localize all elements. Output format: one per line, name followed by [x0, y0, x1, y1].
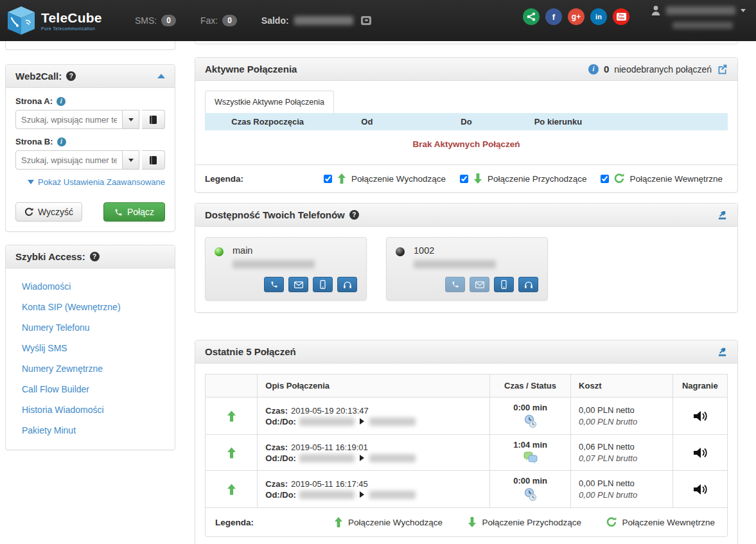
legend-incoming: Połączenie Przychodzące — [468, 517, 581, 527]
wallet-icon[interactable] — [360, 14, 373, 27]
side-b-contacts-button[interactable] — [142, 150, 165, 170]
user-icon — [651, 5, 661, 16]
brand-name: TeleCube — [41, 10, 102, 26]
missed-calls-count: 0 — [604, 64, 609, 75]
active-calls-title: Aktywne Połączenia — [205, 64, 297, 75]
share-icon[interactable] — [523, 8, 540, 25]
quick-access-title: Szybki Access: — [15, 251, 85, 262]
active-calls-table: Czas Rozpoczęcia Od Do Po kierunku — [205, 113, 728, 130]
call-duration: 0:00 min — [498, 403, 563, 412]
fax-count-badge: 0 — [222, 15, 237, 26]
phone-name: 1002 — [414, 245, 496, 256]
incoming-arrow-icon — [473, 173, 482, 184]
sidebar-item-konta-sip[interactable]: Konta SIP (Wewnętrzne) — [6, 297, 175, 317]
user-menu[interactable] — [651, 5, 747, 31]
user-name-blurred — [666, 6, 735, 15]
call-phone-button[interactable] — [445, 277, 465, 292]
message-button[interactable] — [470, 277, 489, 292]
info-icon[interactable]: i — [588, 64, 599, 75]
play-recording-icon[interactable] — [692, 445, 708, 461]
active-calls-header: Aktywne Połączenia i 0 nieodebranych poł… — [195, 58, 737, 81]
from-number-blurred — [299, 454, 355, 462]
export-button[interactable] — [717, 346, 728, 357]
phone-card: 1002 — [386, 237, 548, 301]
collapse-chevron-icon[interactable] — [157, 74, 165, 78]
incoming-checkbox[interactable] — [460, 175, 468, 183]
headset-button[interactable] — [337, 277, 357, 292]
side-a-dropdown-button[interactable] — [123, 110, 139, 129]
legend-outgoing: Połączenie Wychodzące — [334, 517, 443, 527]
legend-outgoing: Połączenie Wychodzące — [324, 173, 446, 184]
info-icon[interactable]: i — [57, 137, 66, 146]
phone-icon — [270, 281, 278, 288]
refresh-icon — [24, 207, 33, 216]
sidebar-item-numery-zewnetrzne[interactable]: Numery Zewnętrzne — [6, 358, 175, 379]
fax-counter: Fax: 0 — [200, 15, 237, 26]
recent-calls-title: Ostatnie 5 Połączeń — [205, 346, 296, 357]
outgoing-arrow-icon — [227, 447, 236, 459]
internal-call-icon — [614, 173, 624, 184]
facebook-icon[interactable]: f — [545, 8, 562, 25]
side-a-contacts-button[interactable] — [142, 110, 165, 129]
mobile-button[interactable] — [313, 277, 333, 292]
status-offline-dot — [396, 247, 405, 256]
sidebar-item-wyslij-sms[interactable]: Wyślij SMS — [6, 338, 175, 358]
call-phone-button[interactable] — [264, 277, 284, 292]
internal-checkbox[interactable] — [601, 175, 609, 183]
phones-header: Dostępność Twoich Telefonów ? — [195, 204, 737, 227]
outgoing-arrow-icon — [334, 517, 343, 527]
export-button[interactable] — [717, 209, 728, 220]
call-button[interactable]: Połącz — [103, 202, 165, 222]
call-row: Czas:2019-05-19 20:13:47 Od:/Do: 0:00 mi… — [206, 398, 728, 435]
sidebar-item-call-flow-builder[interactable]: Call Flow Builder — [6, 379, 175, 399]
phone-icon — [114, 208, 123, 216]
outgoing-checkbox[interactable] — [324, 175, 332, 183]
call-row: Czas:2019-05-11 16:17:45 Od:/Do: 0:00 mi… — [206, 471, 728, 508]
outgoing-arrow-icon — [227, 410, 236, 422]
side-b-input[interactable] — [15, 150, 123, 170]
call-row: Czas:2019-05-11 16:19:01 Od:/Do: 1:04 mi… — [206, 435, 728, 471]
headset-button[interactable] — [518, 277, 538, 292]
cost-net: 0,00 PLN netto — [579, 478, 665, 488]
play-recording-icon[interactable] — [692, 408, 708, 424]
collapsed-panel-stub — [195, 41, 738, 44]
cost-net: 0,06 PLN netto — [579, 442, 665, 452]
envelope-icon — [475, 281, 484, 288]
help-icon[interactable]: ? — [349, 210, 359, 220]
cost-gross: 0,00 PLN brutto — [579, 417, 665, 426]
to-number-blurred — [369, 417, 416, 426]
column-header: Do — [403, 113, 529, 130]
linkedin-icon[interactable]: in — [590, 8, 607, 25]
info-icon[interactable]: i — [57, 97, 66, 106]
sms-counter: SMS: 0 — [135, 15, 176, 26]
mobile-button[interactable] — [494, 277, 514, 292]
side-a-input[interactable] — [15, 110, 123, 129]
google-plus-icon[interactable]: g+ — [568, 8, 585, 25]
brand-logo[interactable]: TeleCube Pure Telecommunication — [6, 5, 135, 36]
cost-gross: 0,07 PLN brutto — [579, 453, 665, 463]
sidebar-item-wiadomosci[interactable]: Wiadomości — [6, 276, 175, 297]
sidebar-item-historia-wiadomosci[interactable]: Historia Wiadomości — [6, 399, 175, 420]
active-calls-legend: Legenda: Połączenie Wychodzące — [195, 164, 737, 192]
mobile-icon — [501, 280, 507, 289]
youtube-icon[interactable]: You Tube — [613, 8, 629, 25]
play-recording-icon[interactable] — [692, 482, 708, 497]
clear-button[interactable]: Wyczyść — [15, 202, 82, 222]
side-b-dropdown-button[interactable] — [123, 150, 139, 170]
message-button[interactable] — [288, 277, 308, 292]
help-icon[interactable]: ? — [66, 71, 76, 81]
incoming-arrow-icon — [468, 517, 477, 527]
envelope-icon — [294, 281, 303, 288]
sidebar-item-numery-telefonu[interactable]: Numery Telefonu — [6, 317, 175, 338]
help-icon[interactable]: ? — [90, 252, 100, 261]
sidebar-item-pakiety-minut[interactable]: Pakiety Minut — [6, 420, 175, 441]
sms-label: SMS: — [135, 15, 157, 26]
external-link-icon[interactable] — [717, 64, 728, 75]
side-a-label: Strona A: — [15, 96, 53, 106]
top-navbar: TeleCube Pure Telecommunication SMS: 0 F… — [0, 0, 756, 41]
advanced-settings-link[interactable]: Pokaż Ustawienia Zaawansowane — [15, 177, 165, 187]
outgoing-arrow-icon — [337, 173, 346, 184]
web2call-title: Web2Call: — [15, 71, 62, 82]
tab-all-active-calls[interactable]: Wszystkie Aktywne Połączenia — [205, 91, 334, 113]
missed-clock-icon — [523, 414, 538, 429]
